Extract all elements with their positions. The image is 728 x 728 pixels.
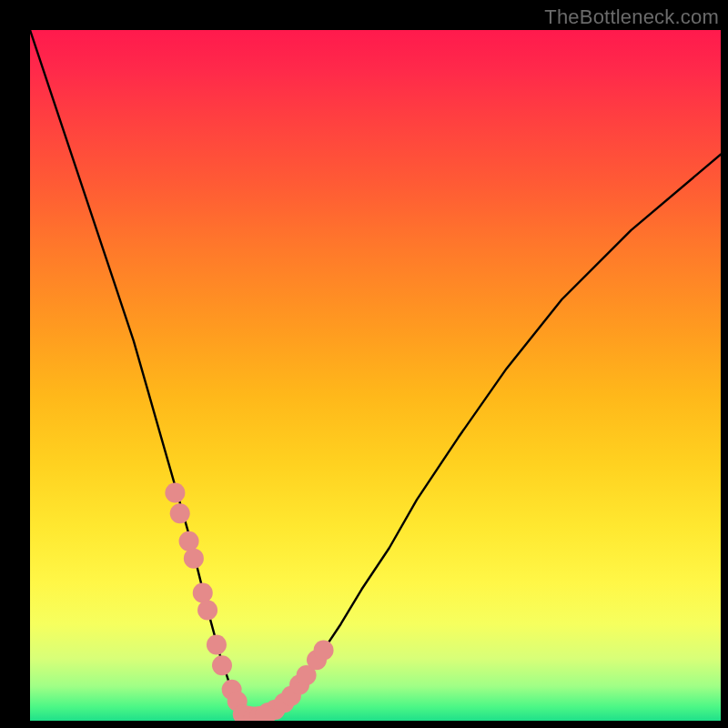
data-point (179, 531, 199, 551)
chart-svg (30, 30, 721, 721)
curve-path (30, 30, 721, 716)
plot-area (30, 30, 721, 721)
data-point (212, 655, 232, 675)
data-point (193, 583, 213, 603)
data-point (197, 601, 217, 621)
data-point (170, 503, 190, 523)
watermark-text: TheBottleneck.com (544, 5, 719, 29)
data-point (207, 635, 227, 655)
data-point (184, 549, 204, 569)
chart-frame: TheBottleneck.com (0, 0, 728, 728)
data-point (165, 483, 185, 503)
data-point (314, 641, 334, 661)
